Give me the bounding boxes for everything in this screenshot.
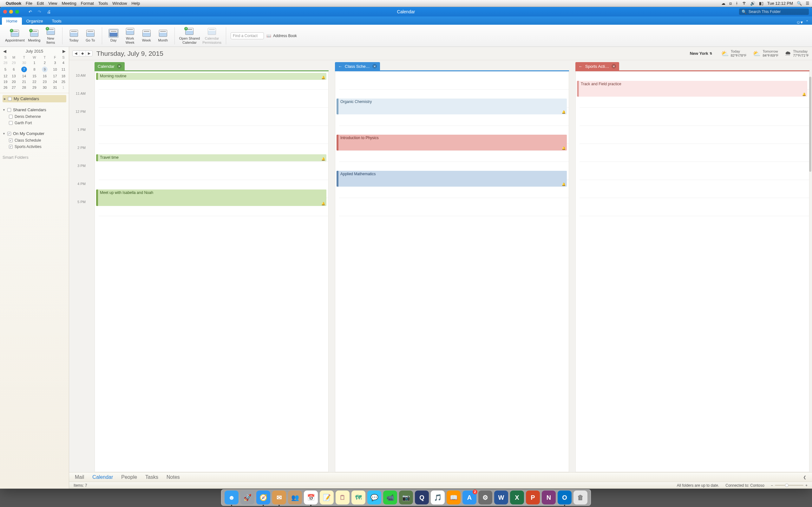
ribbon-meeting-button[interactable]: + Meeting: [27, 29, 41, 42]
bluetooth-icon[interactable]: ᚼ: [735, 1, 738, 6]
shared-calendars-header[interactable]: ▼ Shared Calendars: [3, 106, 66, 113]
battery-icon[interactable]: ▮▯: [759, 1, 763, 6]
shared-cal-item[interactable]: Garth Fort: [3, 120, 66, 126]
mini-cal-day[interactable]: 24: [51, 79, 59, 84]
dock-calendar[interactable]: 📅: [304, 491, 318, 504]
dock-word[interactable]: W: [494, 491, 508, 504]
mini-cal-day[interactable]: 23: [39, 79, 51, 84]
clock[interactable]: Tue 12:12 PM: [767, 1, 793, 6]
mini-cal-day[interactable]: 1: [30, 60, 38, 66]
mini-cal-day[interactable]: 22: [30, 79, 38, 84]
calendar-tab[interactable]: ← Class Sche… ✕: [335, 62, 380, 70]
checkbox[interactable]: [7, 108, 11, 112]
calendar-tab[interactable]: ← Sports Acti… ✕: [575, 62, 619, 70]
find-contact-field[interactable]: [231, 32, 264, 39]
calendar-tab[interactable]: Calendar ✕: [95, 62, 125, 70]
zoom-slider[interactable]: [775, 485, 803, 486]
search-input[interactable]: [749, 9, 806, 14]
menu-window[interactable]: Window: [112, 1, 127, 6]
emoji-menu-icon[interactable]: ☺▾: [796, 20, 803, 25]
find-contact-input[interactable]: [231, 32, 264, 39]
checkbox[interactable]: ✓: [7, 132, 11, 135]
ribbon-new-items-button[interactable]: + NewItems: [44, 27, 58, 44]
mini-cal-day[interactable]: 28: [1, 60, 9, 66]
checkbox[interactable]: [8, 97, 12, 101]
ribbon-work-week-button[interactable]: WorkWeek: [123, 27, 137, 44]
search-folder-field[interactable]: 🔍: [739, 9, 809, 15]
mini-cal-day[interactable]: 15: [30, 73, 38, 79]
mini-cal-day[interactable]: 26: [1, 84, 9, 90]
zoom-in-button[interactable]: +: [805, 483, 808, 488]
menu-file[interactable]: File: [26, 1, 32, 6]
dock-outlook[interactable]: O: [558, 491, 571, 504]
zoom-out-button[interactable]: −: [771, 483, 773, 488]
nav-notes[interactable]: Notes: [166, 474, 180, 480]
close-calendar-icon[interactable]: ✕: [612, 64, 616, 68]
dock-settings[interactable]: ⚙︎: [478, 491, 492, 504]
minimize-window-button[interactable]: [9, 10, 13, 14]
menu-edit[interactable]: Edit: [37, 1, 44, 6]
mini-cal-day[interactable]: 20: [9, 79, 18, 84]
my-calendars-header[interactable]: ▶ My Calendars: [3, 95, 66, 102]
mini-cal-day[interactable]: 3: [51, 60, 59, 66]
mini-cal-day[interactable]: 17: [51, 73, 59, 79]
day-grid[interactable]: Organic Chemistry 🔔 Introduction to Phys…: [335, 71, 569, 472]
dock-quicktime[interactable]: Q: [415, 491, 429, 504]
day-grid[interactable]: Morning routine 🔔 Travel time 🔔 Meet up …: [95, 71, 328, 472]
mini-cal-day[interactable]: 30: [39, 84, 51, 90]
close-calendar-icon[interactable]: ✕: [117, 64, 121, 68]
mini-cal-day[interactable]: 10: [51, 66, 59, 73]
menu-help[interactable]: Help: [131, 1, 140, 6]
nav-tasks[interactable]: Tasks: [145, 474, 158, 480]
ribbon-open-shared-calendar-button[interactable]: + Open SharedCalendar: [179, 27, 200, 44]
nav-more-icon[interactable]: ❮: [803, 475, 806, 480]
back-arrow-icon[interactable]: ←: [338, 64, 342, 69]
mini-cal-day[interactable]: 25: [59, 79, 67, 84]
calendar-event[interactable]: Morning routine 🔔: [96, 73, 326, 80]
next-month-button[interactable]: ▶: [62, 49, 66, 54]
nav-mail[interactable]: Mail: [75, 474, 84, 480]
dock-itunes[interactable]: 🎵: [431, 491, 445, 504]
ribbon-tab-organize[interactable]: Organize: [22, 17, 48, 25]
print-icon[interactable]: 🖨: [47, 9, 51, 14]
ribbon-week-button[interactable]: Week: [140, 29, 154, 42]
dock-messages[interactable]: 💬: [367, 491, 381, 504]
nav-people[interactable]: People: [121, 474, 137, 480]
dock-contacts[interactable]: 👥: [288, 491, 302, 504]
mini-cal-day[interactable]: 5: [1, 66, 9, 73]
nav-calendar[interactable]: Calendar: [92, 474, 113, 480]
close-window-button[interactable]: [3, 10, 7, 14]
dock-launchpad[interactable]: 🚀: [241, 491, 254, 504]
ribbon-month-button[interactable]: Month: [156, 29, 170, 42]
local-cal-item[interactable]: ✓Sports Activities: [3, 144, 66, 150]
ribbon-day-button[interactable]: Day: [107, 29, 120, 42]
redo-icon[interactable]: ↷: [38, 9, 41, 14]
dock-photobooth[interactable]: 📷: [399, 491, 413, 504]
menu-view[interactable]: View: [48, 1, 57, 6]
ribbon-appointment-button[interactable]: + Appointment: [5, 29, 25, 42]
calendar-event[interactable]: Applied Mathematics 🔔: [337, 171, 567, 187]
ribbon-go-to-button[interactable]: Go To: [84, 29, 97, 42]
mini-cal-day[interactable]: 19: [1, 79, 9, 84]
scrollbar[interactable]: [809, 77, 811, 172]
ribbon-today-button[interactable]: Today: [67, 29, 81, 42]
day-grid[interactable]: Track and Field practice 🔔: [575, 71, 809, 472]
mini-cal-day[interactable]: 14: [18, 73, 31, 79]
calendar-event[interactable]: Organic Chemistry 🔔: [337, 99, 567, 114]
dock-facetime[interactable]: 📹: [383, 491, 397, 504]
mini-cal-day[interactable]: 31: [51, 84, 59, 90]
weather-location[interactable]: New York ⇅: [690, 51, 712, 56]
dock-onenote[interactable]: N: [542, 491, 556, 504]
checkbox[interactable]: [9, 121, 13, 125]
app-name[interactable]: Outlook: [6, 1, 21, 6]
mini-cal-day[interactable]: 29: [30, 84, 38, 90]
calendar-event[interactable]: Introduction to Physics 🔔: [337, 135, 567, 151]
mini-cal-day[interactable]: 9: [39, 66, 51, 73]
mini-cal-day[interactable]: 27: [9, 84, 18, 90]
checkbox[interactable]: ✓: [9, 145, 13, 149]
prev-month-button[interactable]: ◀: [3, 49, 6, 54]
dock-notes[interactable]: 📝: [320, 491, 334, 504]
mini-cal-day[interactable]: 6: [9, 66, 18, 73]
mini-cal-day[interactable]: 13: [9, 73, 18, 79]
dock-trash[interactable]: 🗑: [573, 491, 588, 504]
